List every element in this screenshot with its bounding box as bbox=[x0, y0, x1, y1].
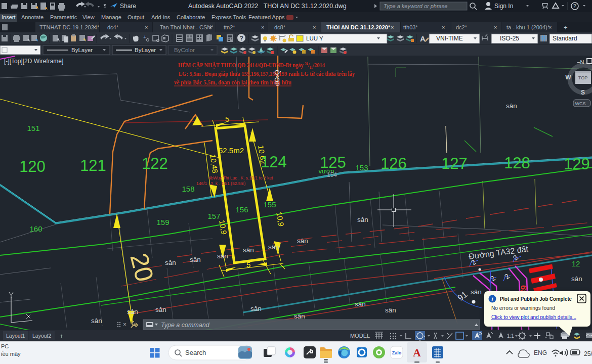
svg-text:122: 122 bbox=[142, 155, 168, 172]
svg-text:sân: sân bbox=[243, 246, 254, 254]
svg-text:Zalo: Zalo bbox=[392, 350, 402, 355]
svg-text:sân: sân bbox=[571, 275, 582, 283]
svg-text:Layout1: Layout1 bbox=[6, 333, 25, 339]
svg-text:127: 127 bbox=[441, 155, 468, 172]
svg-text:Plot and Publish Job Complete: Plot and Publish Job Complete bbox=[500, 296, 572, 302]
svg-text:sân: sân bbox=[506, 102, 517, 110]
svg-text:4bWuy Thi Luc . K. s.10/1 to 2: 4bWuy Thi Luc . K. s.10/1 to 2 ket bbox=[208, 175, 273, 180]
svg-text:1:1: 1:1 bbox=[507, 333, 514, 339]
svg-text:Click to view plot and publish: Click to view plot and publish details..… bbox=[491, 314, 576, 320]
svg-text:S: S bbox=[581, 89, 585, 96]
svg-text:HẺM CẬP NHẬT THEO QĐ 2414/QĐ-U: HẺM CẬP NHẬT THEO QĐ 2414/QĐ-UBND-Đt ngà… bbox=[178, 61, 325, 69]
svg-text:W: W bbox=[565, 74, 571, 81]
svg-text:52.5m2: 52.5m2 bbox=[219, 146, 244, 155]
svg-text:120: 120 bbox=[19, 158, 46, 175]
svg-text:5: 5 bbox=[225, 115, 229, 123]
svg-text:No errors or warnings found: No errors or warnings found bbox=[491, 305, 555, 311]
svg-text:153: 153 bbox=[355, 163, 368, 172]
svg-text:sân: sân bbox=[155, 306, 166, 313]
svg-text:160: 160 bbox=[29, 224, 42, 233]
svg-text:sân: sân bbox=[250, 305, 262, 312]
svg-text:128: 128 bbox=[504, 154, 530, 172]
svg-text:129: 129 bbox=[564, 155, 590, 173]
svg-text:−N: −N bbox=[577, 59, 584, 65]
svg-text:+: + bbox=[60, 333, 63, 340]
svg-text:PC: PC bbox=[1, 343, 9, 349]
svg-text:151: 151 bbox=[27, 124, 39, 132]
svg-text:126: 126 bbox=[380, 155, 407, 172]
svg-text:146/1 . 2. k . 10/1 (52.5m): 146/1 . 2. k . 10/1 (52.5m) bbox=[196, 181, 246, 186]
svg-text:sân: sân bbox=[385, 306, 396, 314]
svg-text:sân: sân bbox=[165, 259, 176, 266]
svg-text:Search: Search bbox=[185, 349, 206, 356]
svg-text:sân: sân bbox=[190, 256, 201, 263]
svg-text:iều mây: iều mây bbox=[1, 351, 21, 357]
svg-text:[-][Top][2D Wireframe]: [-][Top][2D Wireframe] bbox=[4, 58, 63, 65]
svg-text:LG: 5,5m . Đoạn giáp thửa 155,: LG: 5,5m . Đoạn giáp thửa 155,156,157,15… bbox=[179, 70, 355, 77]
svg-text:×: × bbox=[123, 321, 126, 328]
svg-text:155: 155 bbox=[263, 200, 276, 209]
svg-text:159: 159 bbox=[156, 218, 169, 226]
svg-text:A: A bbox=[413, 346, 421, 359]
svg-text:MODEL: MODEL bbox=[350, 333, 370, 339]
svg-text:sân: sân bbox=[268, 243, 279, 251]
svg-text:đO›Q̄: đO›Q̄ bbox=[273, 70, 281, 86]
svg-text:sân: sân bbox=[217, 252, 228, 260]
svg-text:25/04: 25/04 bbox=[584, 350, 592, 357]
svg-text:154: 154 bbox=[327, 171, 337, 178]
svg-text:121: 121 bbox=[80, 157, 106, 174]
svg-text:WCS: WCS bbox=[575, 101, 586, 106]
svg-text:sân: sân bbox=[355, 300, 366, 308]
svg-text:157: 157 bbox=[207, 212, 220, 220]
svg-text:TOP: TOP bbox=[578, 75, 587, 80]
svg-text:ENG: ENG bbox=[534, 349, 547, 356]
svg-text:sân: sân bbox=[471, 288, 482, 296]
svg-text:sân: sân bbox=[297, 237, 308, 245]
svg-text:5: 5 bbox=[246, 260, 250, 269]
svg-text:156: 156 bbox=[235, 205, 248, 214]
svg-text:sân: sân bbox=[357, 216, 368, 223]
svg-text:12: 12 bbox=[572, 259, 580, 268]
svg-text:Layout2: Layout2 bbox=[32, 333, 52, 339]
svg-text:Type a command: Type a command bbox=[161, 322, 210, 329]
svg-text:158: 158 bbox=[182, 185, 194, 193]
svg-text:sân: sân bbox=[127, 308, 138, 315]
svg-text:124: 124 bbox=[261, 153, 287, 171]
